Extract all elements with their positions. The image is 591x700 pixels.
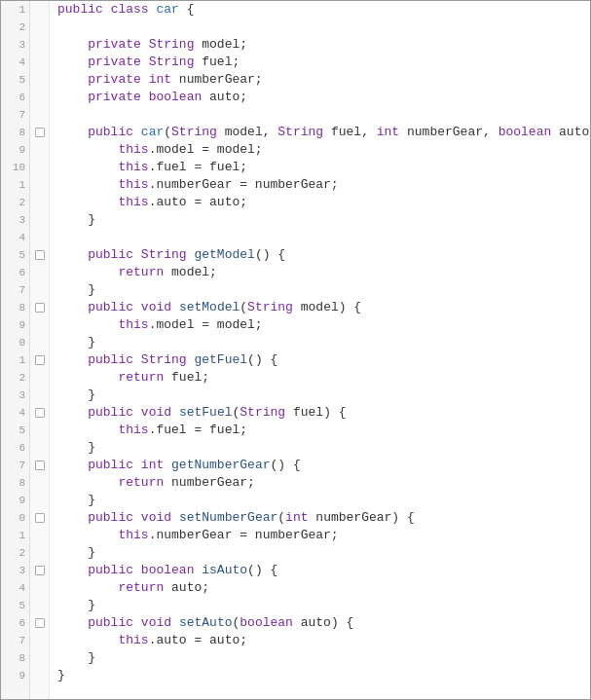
gutter [30, 1, 50, 699]
code-line: public void setModel(String model) { [57, 299, 590, 316]
code-line: public void setNumberGear(int numberGear… [57, 509, 590, 527]
gutter-cell [30, 404, 49, 422]
line-number: 6 [1, 614, 29, 632]
line-number: 2 [1, 194, 29, 211]
code-line: } [57, 649, 590, 667]
gutter-cell [30, 71, 49, 89]
gutter-cell [30, 457, 49, 474]
line-number: 8 [1, 124, 29, 141]
gutter-cell [30, 351, 49, 369]
code-line: this.fuel = fuel; [57, 159, 590, 176]
line-number: 7 [1, 281, 29, 299]
code-line: } [57, 544, 590, 562]
code-line: this.model = model; [57, 316, 590, 334]
gutter-cell [30, 299, 49, 316]
code-line: private int numberGear; [57, 71, 590, 89]
line-number: 4 [1, 229, 29, 246]
gutter-cell [30, 176, 49, 194]
gutter-cell [30, 597, 49, 614]
gutter-cell [30, 632, 49, 649]
code-line: public int getNumberGear() { [57, 457, 590, 474]
line-numbers: 1234567891012345678901234567890123456789 [1, 1, 30, 699]
code-line: private String fuel; [57, 54, 590, 71]
code-line: this.numberGear = numberGear; [57, 176, 590, 194]
code-line: } [57, 387, 590, 404]
line-number: 3 [1, 36, 29, 54]
code-line: } [57, 334, 590, 351]
code-line: } [57, 281, 590, 299]
code-line: } [57, 211, 590, 229]
gutter-cell [30, 54, 49, 71]
code-line [57, 106, 590, 124]
code-line: this.fuel = fuel; [57, 422, 590, 439]
line-number: 3 [1, 387, 29, 404]
gutter-cell [30, 1, 49, 18]
breakpoint-icon[interactable] [35, 128, 45, 137]
line-number: 1 [1, 527, 29, 544]
gutter-cell [30, 246, 49, 264]
gutter-cell [30, 667, 49, 684]
line-number: 0 [1, 509, 29, 527]
breakpoint-icon[interactable] [35, 618, 45, 628]
code-line: } [57, 492, 590, 509]
line-number: 8 [1, 474, 29, 492]
gutter-cell [30, 579, 49, 597]
line-number: 7 [1, 632, 29, 649]
code-line: public class car { [57, 1, 590, 18]
code-line [57, 229, 590, 246]
line-number: 0 [1, 334, 29, 351]
gutter-cell [30, 422, 49, 439]
gutter-cell [30, 36, 49, 54]
code-line: public void setAuto(boolean auto) { [57, 614, 590, 632]
line-number: 1 [1, 176, 29, 194]
code-line: return fuel; [57, 369, 590, 387]
breakpoint-icon[interactable] [35, 461, 45, 470]
breakpoint-icon[interactable] [35, 303, 45, 313]
code-line: private String model; [57, 36, 590, 54]
code-line: } [57, 667, 590, 684]
gutter-cell [30, 281, 49, 299]
breakpoint-icon[interactable] [35, 408, 45, 418]
code-line: this.numberGear = numberGear; [57, 527, 590, 544]
line-number: 5 [1, 71, 29, 89]
gutter-cell [30, 229, 49, 246]
gutter-cell [30, 369, 49, 387]
line-number: 1 [1, 1, 29, 18]
code-line: } [57, 597, 590, 614]
gutter-cell [30, 544, 49, 562]
line-number: 2 [1, 544, 29, 562]
breakpoint-icon[interactable] [35, 513, 45, 523]
gutter-cell [30, 509, 49, 527]
line-number: 8 [1, 299, 29, 316]
code-line: return auto; [57, 579, 590, 597]
line-number: 6 [1, 439, 29, 457]
code-line: } [57, 439, 590, 457]
code-content[interactable]: public class car { private String model;… [50, 1, 590, 699]
line-number: 3 [1, 562, 29, 579]
line-number: 5 [1, 246, 29, 264]
gutter-cell [30, 264, 49, 281]
code-line: return numberGear; [57, 474, 590, 492]
gutter-cell [30, 527, 49, 544]
code-line: public void setFuel(String fuel) { [57, 404, 590, 422]
breakpoint-icon[interactable] [35, 566, 45, 575]
gutter-cell [30, 474, 49, 492]
gutter-cell [30, 89, 49, 106]
editor-container: 1234567891012345678901234567890123456789… [0, 0, 591, 700]
line-number: 1 [1, 351, 29, 369]
line-number: 5 [1, 422, 29, 439]
gutter-cell [30, 492, 49, 509]
line-number: 3 [1, 211, 29, 229]
code-area: 1234567891012345678901234567890123456789… [1, 1, 590, 699]
line-number: 5 [1, 597, 29, 614]
breakpoint-icon[interactable] [35, 250, 45, 260]
code-line: public String getFuel() { [57, 351, 590, 369]
line-number: 6 [1, 89, 29, 106]
gutter-cell [30, 106, 49, 124]
breakpoint-icon[interactable] [35, 355, 45, 365]
line-number: 10 [1, 159, 29, 176]
gutter-cell [30, 316, 49, 334]
gutter-cell [30, 211, 49, 229]
gutter-cell [30, 334, 49, 351]
code-line [57, 18, 590, 36]
